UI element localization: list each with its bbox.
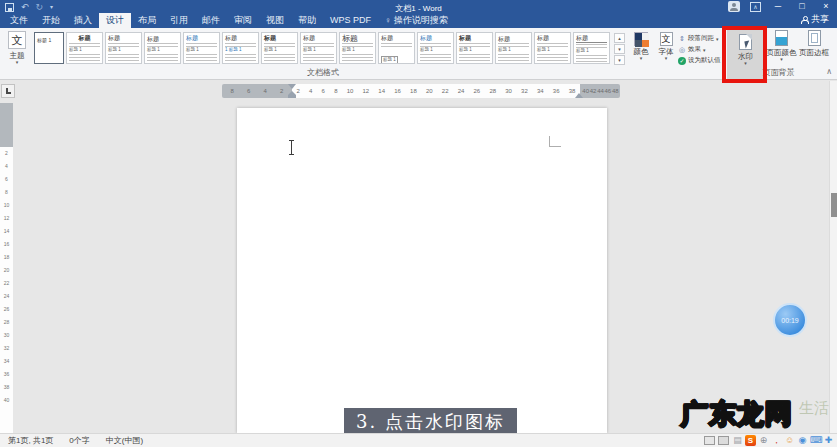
quick-access-more-icon[interactable]: ▾ (50, 3, 53, 12)
fonts-button[interactable]: 文 字体 ▾ (655, 32, 677, 61)
tab-stop-selector[interactable] (1, 84, 15, 98)
ime-more-tools-icon[interactable]: ✚ (823, 435, 834, 446)
fake-text-lines (147, 54, 178, 64)
ruler-number: 38 (0, 381, 13, 394)
save-icon[interactable] (5, 3, 14, 12)
tab-label: 文件 (10, 13, 28, 28)
search-pin-icon: ♀ (385, 13, 391, 28)
ruler-middle-numbers: 2468101214161820222426283032343638 (292, 84, 580, 98)
style-thumbnail[interactable]: 标题标题 1 (417, 32, 454, 64)
ruler-number: 20 (426, 84, 433, 98)
maximize-button[interactable]: □ (795, 1, 809, 12)
document-page[interactable] (237, 108, 607, 433)
ribbon-display-options-icon[interactable]: ∧ (750, 2, 761, 12)
style-thumbnail[interactable]: 标题标题 1 (456, 32, 493, 64)
style-subheading: 标题 1 (574, 48, 609, 54)
tab-file[interactable]: 文件 (3, 13, 35, 28)
redo-icon[interactable]: ↻ (36, 3, 44, 12)
tab-design[interactable]: 设计 (99, 13, 131, 28)
page-borders-button[interactable]: 页面边框 (798, 30, 830, 57)
page-color-button[interactable]: 页面颜色 ▾ (766, 30, 797, 62)
style-thumbnail[interactable]: 标题标题 1 (378, 32, 415, 64)
set-default-button[interactable]: ✓ 设为默认值 (678, 56, 726, 65)
minimize-button[interactable]: ─ (771, 1, 785, 12)
ime-keyboard-icon[interactable]: ⌨ (810, 435, 821, 446)
recording-timer-bubble[interactable]: 00:19 (773, 303, 807, 337)
tab-help[interactable]: 帮助 (291, 13, 323, 28)
style-thumbnail[interactable]: 标题标题 1 (495, 32, 532, 64)
page-borders-label: 页面边框 (799, 48, 829, 57)
undo-icon[interactable]: ↶ (21, 3, 29, 12)
tab-mailings[interactable]: 邮件 (195, 13, 227, 28)
style-thumbnail[interactable]: 标题标题 1 (261, 32, 298, 64)
style-subheading: 标题 1 (106, 47, 141, 53)
style-thumbnail[interactable]: 标题标题 1 (105, 32, 142, 64)
style-thumbnail[interactable]: 标题标题 1 (144, 32, 181, 64)
ruler-number: 14 (378, 84, 385, 98)
print-layout-icon[interactable] (718, 436, 729, 445)
user-avatar[interactable] (728, 1, 740, 12)
ime-emoji-icon[interactable]: ☺ (784, 435, 795, 446)
tab-layout[interactable]: 布局 (131, 13, 163, 28)
set-default-label: 设为默认值 (688, 56, 721, 65)
page-indicator[interactable]: 第1页, 共1页 (8, 435, 53, 446)
read-mode-icon[interactable] (704, 436, 715, 445)
gallery-up-icon[interactable]: ▴ (614, 33, 625, 43)
style-thumbnail[interactable]: 标题1 标题 1 (222, 32, 259, 64)
tab-home[interactable]: 开始 (35, 13, 67, 28)
paragraph-spacing-label: 段落间距 (688, 34, 714, 43)
ime-mic-icon[interactable]: ◉ (797, 435, 808, 446)
ruler-number: 34 (0, 355, 13, 368)
vertical-ruler-scale: 246810121416182022242628303234363840 (0, 147, 13, 433)
style-thumbnail[interactable]: 标题标题 1 (534, 32, 571, 64)
right-indent-marker[interactable] (575, 93, 583, 98)
style-heading: 标题 (340, 33, 375, 42)
close-button[interactable]: × (819, 1, 833, 12)
paragraph-spacing-button[interactable]: ⇕ 段落间距 ▾ (678, 34, 726, 43)
vertical-scrollbar[interactable] (829, 81, 837, 433)
first-line-indent-marker[interactable] (288, 84, 296, 89)
style-subheading: 标题 1 (418, 47, 453, 53)
share-label: 共享 (811, 13, 829, 26)
language-indicator[interactable]: 中文(中国) (106, 435, 143, 446)
style-thumbnail[interactable]: 标题 1 (34, 32, 64, 64)
tab-review[interactable]: 审阅 (227, 13, 259, 28)
tab-view[interactable]: 视图 (259, 13, 291, 28)
style-heading: 标题 (145, 33, 180, 42)
effects-button[interactable]: ◎ 效果 ▾ (678, 45, 726, 54)
collapse-ribbon-icon[interactable]: ∧ (826, 67, 832, 76)
sogou-logo-icon[interactable]: S (745, 435, 756, 446)
gallery-down-icon[interactable]: ▾ (614, 44, 625, 54)
scrollbar-thumb[interactable] (831, 193, 837, 217)
fonts-icon: 文 (660, 32, 673, 46)
style-thumbnail[interactable]: 标题标题 1 (300, 32, 337, 64)
gallery-more-icon[interactable]: ▾ (614, 55, 625, 65)
style-thumbnail[interactable]: 标题标题 1 (183, 32, 220, 64)
ime-pin-icon[interactable]: ⊕ (758, 435, 769, 446)
tab-references[interactable]: 引用 (163, 13, 195, 28)
tab-label: 插入 (74, 13, 92, 28)
ime-skin-icon[interactable]: ▤ (732, 435, 743, 446)
themes-button[interactable]: 文 主题 ▾ (2, 31, 32, 77)
ruler-number: 26 (474, 84, 481, 98)
style-thumbnail[interactable]: 标题标题 1 (573, 32, 610, 64)
style-thumbnail[interactable]: 标题标题 1 (339, 32, 376, 64)
tab-label: 开始 (42, 13, 60, 28)
tab-label: 引用 (170, 13, 188, 28)
ruler-number: 14 (0, 225, 13, 238)
style-thumbnail[interactable]: 标题标题 1 (66, 32, 103, 64)
tab-tell-me[interactable]: ♀操作说明搜索 (378, 13, 455, 28)
tab-label: 设计 (106, 13, 124, 28)
word-count[interactable]: 0个字 (69, 435, 89, 446)
colors-button[interactable]: 颜色 ▾ (629, 32, 653, 61)
tab-insert[interactable]: 插入 (67, 13, 99, 28)
ruler-number: 8 (0, 186, 13, 199)
style-subheading: 标题 1 (535, 47, 570, 53)
ribbon: 文 主题 ▾ 标题 1标题标题 1标题标题 1标题标题 1标题标题 1标题1 标… (0, 28, 837, 80)
ruler-number: 28 (0, 316, 13, 329)
share-button[interactable]: 共享 (800, 13, 829, 26)
style-heading: 标题 (262, 33, 297, 42)
tab-wps-pdf[interactable]: WPS PDF (323, 13, 378, 28)
ime-punctuation-icon[interactable]: ， (771, 435, 782, 446)
left-indent-marker[interactable] (288, 91, 296, 98)
